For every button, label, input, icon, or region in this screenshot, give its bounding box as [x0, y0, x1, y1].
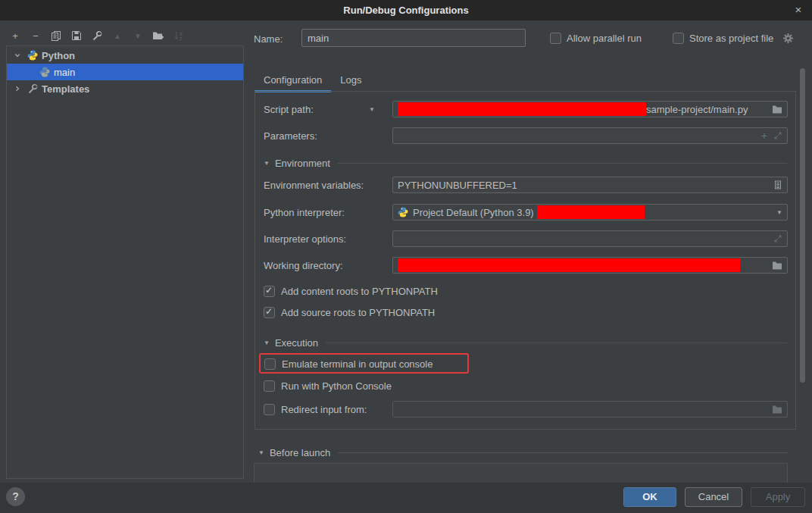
parameters-field[interactable]: +: [392, 127, 788, 144]
allow-parallel-run-option[interactable]: Allow parallel run: [550, 33, 642, 44]
emulate-terminal-label: Emulate terminal in output console: [282, 358, 433, 370]
apply-button: Apply: [751, 487, 805, 507]
add-configuration-icon[interactable]: +: [9, 30, 21, 42]
add-content-roots-label: Add content roots to PYTHONPATH: [281, 286, 438, 297]
emulate-terminal-checkbox[interactable]: [264, 358, 276, 370]
expand-field-icon[interactable]: [773, 131, 782, 140]
section-divider: [326, 343, 787, 343]
tree-item-label: Templates: [42, 83, 89, 95]
folder-icon[interactable]: [772, 105, 782, 114]
collapse-triangle-icon[interactable]: ▼: [264, 160, 270, 167]
macros-plus-icon[interactable]: +: [761, 130, 767, 142]
tab-configuration[interactable]: Configuration: [255, 69, 331, 92]
new-folder-icon[interactable]: [152, 30, 164, 42]
parameters-label: Parameters:: [264, 130, 317, 142]
run-debug-configurations-dialog: Run/Debug Configurations × + − ▲ ▼ az: [0, 0, 812, 513]
tree-item-python[interactable]: Python: [7, 47, 243, 64]
tab-logs[interactable]: Logs: [331, 69, 370, 92]
gear-icon[interactable]: [782, 33, 794, 44]
python-interpreter-label: Python interpreter:: [264, 207, 345, 218]
python-icon: [27, 50, 38, 61]
name-label: Name:: [254, 33, 283, 45]
redaction-overlay: [537, 205, 645, 219]
store-as-project-file-option[interactable]: Store as project file: [673, 33, 773, 44]
edit-templates-icon[interactable]: [91, 30, 103, 42]
add-source-roots-label: Add source roots to PYTHONPATH: [281, 307, 435, 318]
redirect-input-field[interactable]: [392, 401, 788, 418]
collapse-triangle-icon[interactable]: ▼: [258, 449, 264, 456]
script-path-row: Script path: ▼ sample-project/main.py: [255, 101, 795, 117]
close-icon[interactable]: ×: [792, 3, 805, 17]
configurations-toolbar: + − ▲ ▼ az: [9, 27, 185, 44]
config-tabs: Configuration Logs: [255, 69, 371, 92]
chevron-down-icon[interactable]: ▼: [776, 209, 782, 216]
emulate-terminal-option[interactable]: Emulate terminal in output console: [255, 355, 795, 372]
python-interpreter-combobox[interactable]: Project Default (Python 3.9) ▼: [392, 204, 788, 221]
tree-item-label: Python: [42, 50, 75, 61]
interpreter-options-row: Interpreter options:: [255, 230, 795, 247]
help-button[interactable]: ?: [6, 487, 25, 506]
folder-icon: [772, 405, 782, 414]
edit-variables-icon[interactable]: [773, 180, 782, 189]
add-source-roots-checkbox[interactable]: [264, 307, 275, 318]
section-divider: [338, 452, 788, 453]
ok-button[interactable]: OK: [623, 487, 676, 507]
execution-section-header[interactable]: ▼ Execution: [255, 334, 795, 351]
chevron-down-icon[interactable]: [14, 52, 21, 59]
copy-configuration-icon[interactable]: [50, 30, 62, 42]
vertical-scrollbar[interactable]: [800, 68, 805, 383]
run-python-console-option[interactable]: Run with Python Console: [255, 377, 795, 394]
move-down-icon: ▼: [132, 30, 144, 42]
interpreter-options-field[interactable]: [392, 230, 788, 247]
remove-configuration-icon[interactable]: −: [30, 30, 42, 42]
chevron-right-icon[interactable]: [14, 85, 21, 92]
allow-parallel-run-label: Allow parallel run: [567, 33, 642, 44]
before-launch-section-header[interactable]: ▼ Before launch: [255, 444, 796, 461]
script-path-dropdown-icon[interactable]: ▼: [369, 106, 375, 113]
python-interpreter-row: Python interpreter: Project Default (Pyt…: [255, 204, 795, 221]
before-launch-section-label: Before launch: [270, 447, 330, 458]
redirect-input-label: Redirect input from:: [281, 404, 367, 415]
expand-field-icon[interactable]: [773, 234, 782, 243]
add-content-roots-option[interactable]: Add content roots to PYTHONPATH: [255, 283, 795, 299]
tree-item-main[interactable]: main: [7, 64, 243, 80]
allow-parallel-run-checkbox[interactable]: [550, 33, 561, 44]
tree-item-templates[interactable]: Templates: [7, 80, 243, 97]
dialog-footer: ? OK Cancel Apply: [0, 483, 812, 513]
parameters-row: Parameters: +: [255, 127, 795, 144]
environment-variables-value: PYTHONUNBUFFERED=1: [398, 180, 517, 191]
interpreter-options-label: Interpreter options:: [264, 233, 346, 245]
move-up-icon: ▲: [111, 30, 123, 42]
working-directory-field[interactable]: [392, 257, 788, 274]
collapse-triangle-icon[interactable]: ▼: [264, 339, 270, 346]
python-interpreter-value: Project Default (Python 3.9): [413, 207, 534, 218]
working-directory-row: Working directory:: [255, 257, 795, 274]
run-python-console-checkbox[interactable]: [264, 380, 275, 392]
environment-variables-label: Environment variables:: [264, 180, 364, 191]
redirect-input-checkbox[interactable]: [264, 404, 275, 415]
python-icon: [39, 67, 50, 77]
python-icon: [398, 207, 408, 217]
redaction-overlay: [398, 258, 740, 272]
store-as-project-file-label: Store as project file: [689, 33, 773, 44]
environment-variables-field[interactable]: PYTHONUNBUFFERED=1: [392, 177, 788, 193]
name-input[interactable]: [301, 29, 526, 47]
svg-text:z: z: [180, 36, 182, 41]
environment-variables-row: Environment variables: PYTHONUNBUFFERED=…: [255, 177, 795, 193]
cancel-button[interactable]: Cancel: [685, 487, 742, 507]
redirect-input-option[interactable]: Redirect input from:: [255, 401, 795, 418]
environment-section-header[interactable]: ▼ Environment: [255, 155, 795, 171]
save-configuration-icon[interactable]: [70, 30, 83, 42]
add-content-roots-checkbox[interactable]: [264, 286, 275, 297]
folder-icon[interactable]: [772, 261, 782, 270]
run-python-console-label: Run with Python Console: [281, 380, 392, 392]
tree-item-label: main: [54, 67, 75, 78]
execution-section-label: Execution: [275, 337, 318, 349]
section-divider: [338, 163, 787, 164]
sort-alphabetically-icon: az: [173, 30, 185, 42]
before-launch-task-list[interactable]: [254, 463, 788, 483]
add-source-roots-option[interactable]: Add source roots to PYTHONPATH: [255, 304, 795, 321]
script-path-field[interactable]: sample-project/main.py: [392, 101, 788, 117]
configuration-tab-content: Script path: ▼ sample-project/main.py Pa…: [255, 91, 796, 430]
store-as-project-file-checkbox[interactable]: [673, 33, 684, 44]
